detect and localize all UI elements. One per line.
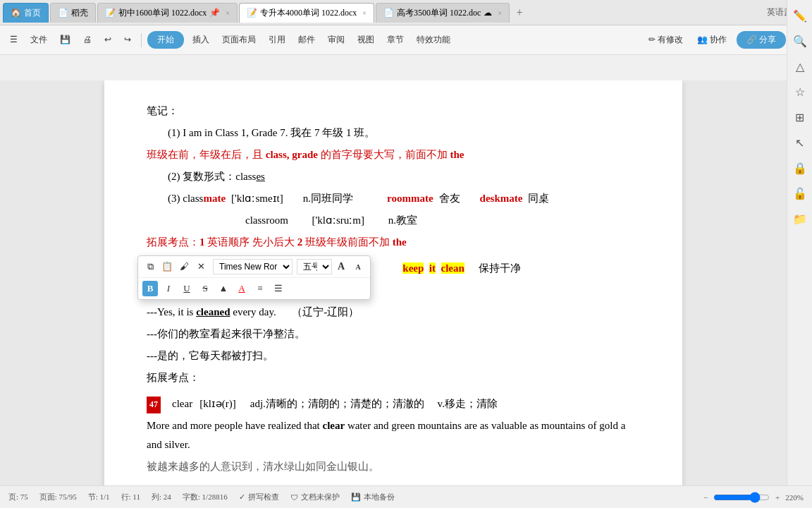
menu-insert-label: 插入	[192, 34, 209, 46]
menu-review[interactable]: 审阅	[324, 32, 349, 48]
menu-page-layout-label: 页面布局	[222, 34, 256, 46]
sentence5: More and more people have realized that …	[147, 416, 640, 454]
search-sidebar-icon[interactable]: 🔍	[790, 31, 810, 51]
edit-sidebar-icon[interactable]: ✏️	[790, 6, 810, 25]
example-line2: (2) 复数形式：classes	[168, 167, 640, 186]
ft-italic-btn[interactable]: I	[161, 281, 176, 296]
doc1-icon: 📝	[105, 8, 116, 18]
ft-bold-btn[interactable]: B	[142, 281, 158, 296]
ft-list-btn[interactable]: ☰	[271, 281, 286, 296]
doc2-icon: 📝	[247, 8, 257, 18]
tab-home[interactable]: 🏠 首页	[3, 3, 49, 23]
status-col-label: 列: 24	[152, 492, 171, 502]
word47-phonetic: [klɪə(r)]	[199, 394, 236, 413]
status-word-count-label: 字数: 1/28816	[183, 492, 228, 502]
tab-home-label: 首页	[24, 7, 41, 19]
ft-paste-btn[interactable]: 📋	[159, 259, 175, 274]
status-word-count: 字数: 1/28816	[183, 492, 228, 502]
status-row-label: 页: 75	[8, 492, 28, 502]
check-icon: ✓	[239, 492, 245, 502]
doc3-icon: 📄	[383, 8, 394, 18]
sentence2: ---Yes, it is cleaned every day. （辽宁-辽阳）	[147, 303, 640, 322]
redo-btn[interactable]: ↪	[120, 32, 135, 47]
zoom-slider[interactable]	[713, 492, 770, 503]
share-label: 分享	[759, 34, 776, 46]
keep-it-clean: keep it clean	[402, 259, 465, 278]
zoom-out-btn[interactable]: −	[703, 493, 708, 502]
tab-doc2[interactable]: 📝 专升本4000单词 1022.docx ×	[239, 3, 374, 23]
collaborate-btn[interactable]: 👥 协作	[693, 32, 731, 48]
ft-font-name-select[interactable]: Times New Ror	[213, 259, 293, 274]
sentence4-cn: ---是的，它每天都被打扫。	[147, 346, 640, 365]
menu-reference[interactable]: 引用	[264, 32, 290, 48]
tab-doc3[interactable]: 📄 高考3500单词 1022.doc ☁ ×	[376, 3, 510, 23]
ft-clear-btn[interactable]: ✕	[193, 259, 209, 274]
expand2-label: 拓展考点：	[147, 368, 640, 387]
menu-view[interactable]: 视图	[353, 32, 379, 48]
folder-sidebar-icon[interactable]: 📁	[790, 209, 810, 229]
ft-highlight-btn[interactable]: ▲	[216, 281, 231, 296]
menu-insert[interactable]: 插入	[188, 32, 214, 48]
undo-icon: ↩	[104, 35, 111, 45]
shape-sidebar-icon[interactable]: △	[790, 56, 810, 76]
ft-strikethrough-btn[interactable]: S	[197, 281, 213, 296]
redo-icon: ↪	[124, 35, 131, 45]
ft-font-size-select[interactable]: 五号 四号 小四	[297, 259, 332, 274]
share-btn[interactable]: 🔗 分享	[737, 31, 786, 49]
has-changes-btn[interactable]: ✏ 有修改	[644, 32, 687, 48]
zoom-level-label: 220%	[785, 493, 804, 502]
main-content-area: 笔记： (1) I am in Class 1, Grade 7. 我在 7 年…	[0, 80, 787, 485]
status-page-of: 页面: 75/95	[39, 492, 77, 502]
ft-row2: B I U S ▲ A ≡ ☰	[138, 278, 370, 299]
save-btn[interactable]: 💾	[56, 32, 75, 47]
grid-sidebar-icon[interactable]: ⊞	[790, 107, 810, 127]
menu-mail[interactable]: 邮件	[294, 32, 319, 48]
undo-btn[interactable]: ↩	[100, 32, 116, 47]
star-sidebar-icon[interactable]: ☆	[790, 82, 810, 102]
save2-btn[interactable]: 🖨	[79, 32, 96, 47]
menu-chapter-label: 章节	[387, 34, 404, 46]
ft-copy-btn[interactable]: ⧉	[142, 259, 158, 274]
status-section-label: 节: 1/1	[88, 492, 110, 502]
tab-doc2-close[interactable]: ×	[362, 9, 367, 17]
toolbar-sep1	[141, 33, 142, 47]
status-page: 页: 75	[8, 492, 28, 502]
main-toolbar: ☰ 文件 💾 🖨 ↩ ↪ 开始 插入 页面布局 引用 邮件 审阅 视图 章节 特…	[0, 25, 812, 55]
menu-chapter[interactable]: 章节	[383, 32, 408, 48]
ft-shrink-btn[interactable]: A	[350, 259, 366, 274]
tab-wps[interactable]: 📄 稻壳	[50, 3, 96, 23]
ft-underline-btn[interactable]: U	[179, 281, 195, 296]
status-backup-label: 本地备份	[364, 492, 395, 502]
zoom-in-btn[interactable]: +	[775, 493, 780, 502]
floating-format-toolbar: ⧉ 📋 🖌 ✕ Times New Ror 五号 四号 小四 A A B I	[137, 255, 371, 300]
cloud-icon: ☁	[484, 8, 492, 18]
ft-font-color-btn[interactable]: A	[234, 281, 250, 296]
status-spelling[interactable]: ✓ 拼写检查	[239, 492, 279, 502]
ft-grow-btn[interactable]: A	[333, 259, 349, 274]
lock-sidebar-icon[interactable]: 🔒	[790, 158, 810, 178]
ft-format-btn[interactable]: 🖌	[176, 259, 192, 274]
tab-bar: 🏠 首页 📄 稻壳 📝 初中1600单词 1022.docx 📌 × 📝 专升本…	[0, 0, 812, 25]
menu-special[interactable]: 特效功能	[412, 32, 455, 48]
wps-icon: 📄	[58, 8, 68, 18]
menu-page-layout[interactable]: 页面布局	[218, 32, 260, 48]
file-btn[interactable]: 文件	[26, 32, 51, 48]
tab-doc1[interactable]: 📝 初中1600单词 1022.docx 📌 ×	[97, 3, 238, 23]
new-tab-button[interactable]: +	[511, 4, 528, 21]
tab-doc3-close[interactable]: ×	[498, 9, 502, 17]
cursor-sidebar-icon[interactable]: ↖	[790, 133, 810, 152]
menu-review-label: 审阅	[328, 34, 345, 46]
menu-toggle[interactable]: ☰	[6, 32, 22, 47]
status-page-of-label: 页面: 75/95	[39, 492, 77, 502]
menu-view-label: 视图	[357, 34, 374, 46]
link-sidebar-icon[interactable]: 🔓	[790, 183, 810, 203]
status-col: 列: 24	[152, 492, 171, 502]
status-protection-label: 文档未保护	[301, 492, 340, 502]
tab-doc1-label: 初中1600单词 1022.docx	[118, 7, 207, 19]
menu-mail-label: 邮件	[298, 34, 315, 46]
collaborate-icon: 👥	[697, 35, 708, 45]
status-backup[interactable]: 💾 本地备份	[351, 492, 395, 502]
ft-align-btn[interactable]: ≡	[252, 281, 268, 296]
menu-start[interactable]: 开始	[147, 31, 184, 49]
tab-doc1-close[interactable]: ×	[226, 9, 230, 17]
